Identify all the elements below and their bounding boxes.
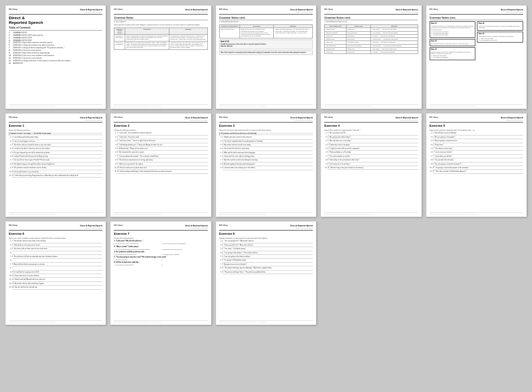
worksheet-page-5[interactable]: ESL Library Direct & Reported Speech Gra… (426, 5, 527, 109)
instruction-11: Circle one or more mistakes in each sent… (9, 238, 102, 240)
q7-10: 10. How do I call out to my dear about m… (117, 167, 207, 170)
page-header-13: ESL Library Direct & Reported Speech Gra… (219, 225, 313, 231)
toc-item-13: 13ANSWER KEY (9, 63, 102, 65)
questions-list-7: 1. "I will come," she exclaimed in direc… (114, 132, 207, 173)
q11-2: 2. "Noted told us, she was just too much… (12, 245, 102, 247)
section-title-3: Grammar Notes cont. (219, 16, 313, 21)
q7-3: 3. "I will never leave," "You're so righ… (117, 140, 207, 143)
worksheet-page-12[interactable]: ESL Library Direct & Reported Speech Gra… (110, 221, 211, 325)
section-title-5: Grammar Notes cont. (430, 16, 523, 21)
worksheet-page-2[interactable]: ESL Library Direct & Reported Speech Gra… (110, 5, 211, 109)
page-header-10: ESL Library Direct & Reported Speech Gra… (430, 117, 523, 123)
q10-7: 7. "I were when you all this!" (433, 156, 523, 158)
footer-11: Copyright 2011 Red River Press Inc. For … (9, 320, 102, 323)
instruction-10: Report these sentences, beginning with "… (430, 130, 523, 132)
footer-4: Copyright 2011 Red River Press Inc. For … (324, 104, 418, 107)
note-box-3: Note #3 Reported speech is an indirect r… (430, 47, 476, 60)
q8-8: 8. A friend explained that she was feeli… (222, 164, 313, 166)
split-label: split by the main clause (219, 28, 240, 38)
col-header-instructions: Instructions (125, 28, 169, 35)
q8-1: 1. Natalie said was a week in the senten… (222, 137, 313, 139)
page-header-8: ESL Library Direct & Reported Speech Gra… (219, 117, 313, 123)
worksheet-page-7[interactable]: ESL Library Direct & Reported Speech Gra… (110, 113, 211, 217)
content-4: c. Indirect/Reported Speech cont. Direct… (324, 21, 418, 54)
q13-3: 3. "I am easy." / Complete saying. (222, 248, 313, 251)
logo-13: ESL Library (219, 225, 228, 229)
worksheet-page-10[interactable]: ESL Library Direct & Reported Speech Gra… (426, 113, 527, 217)
q11-1: 1. The teacher said we were early to the… (12, 240, 102, 243)
logo-10: ESL Library (430, 117, 438, 121)
header-right-9: Direct & Reported Speech Grammar Practic… (395, 117, 418, 121)
header-right-11: Direct & Reported Speech Grammar Practic… (80, 225, 102, 229)
q8-9: 9. I learned what I was seeing up on old… (222, 167, 313, 170)
worksheet-page-3[interactable]: ESL Library Direct & Reported Speech Gra… (216, 5, 316, 109)
q7-9: 9. "Where are my shoes?" she asked. (117, 164, 207, 166)
q6-7: 7. Can you tell me how to get to Pacific… (12, 159, 102, 162)
q10-11: 11. "This class and last on Wednesday, A… (433, 171, 523, 173)
section-title-2: Grammar Notes (114, 16, 207, 21)
q10-1: 1. "We will have a test on Monday." (433, 132, 523, 135)
logo-4: ESL Library (324, 9, 333, 13)
questions-list-8: 1. Natalie said was a week in the senten… (219, 137, 313, 170)
worksheet-page-13[interactable]: ESL Library Direct & Reported Speech Gra… (216, 221, 316, 325)
questions-list-10: 1. "We will have a test on Monday." 2. "… (430, 132, 523, 173)
header-right-8: Direct & Reported Speech Grammar Practic… (290, 117, 313, 121)
examples-end: "Take two pills every day," the doctor s… (169, 41, 207, 49)
q7-11: 11. Gordon always said things to keep as… (117, 171, 207, 173)
instruction-13: Change instructions or direct speech to … (219, 238, 313, 240)
worksheet-page-8[interactable]: ESL Library Direct & Reported Speech Gra… (216, 113, 316, 217)
mc-q2: 2. "Where is that?" Caitlin asked... a. … (114, 246, 207, 250)
header-subtitle-1: Grammar Practice Worksheets (80, 11, 102, 13)
header-right-1: Direct & Reported Speech Grammar Practic… (80, 9, 102, 13)
q11-5: 5. The professor told him we may take an… (12, 256, 102, 259)
instructions-start: Place a comma after the subject and repo… (125, 34, 169, 41)
exercise-title-10: Exercise 5 (430, 124, 523, 128)
q8-6: 6. Jenny said she never takes in biology… (222, 156, 313, 158)
q11-8 (12, 267, 102, 270)
page-header-11: ESL Library Direct & Reported Speech Gra… (9, 225, 102, 231)
q11-13: 13. Say she did that she already say. (12, 287, 102, 289)
exercise-title-11: Exercise 6 (9, 232, 102, 236)
mc-q4: 5. "You may going to stay here next"/"He… (114, 256, 207, 261)
split-examples: "I think," the commander said, "you came… (274, 28, 313, 38)
header-right-6: Direct & Reported Speech Grammar Practic… (80, 117, 102, 121)
position-start: at the start of the sentence (114, 34, 125, 41)
q10-8: 8. "You can take this test back." (433, 159, 523, 162)
q13-1: 1. "You are going here?" / My brother to… (222, 240, 313, 243)
header-right-10: Direct & Reported Speech Grammar Practic… (501, 117, 523, 121)
q10-5: 5. "This class is a nice story." (433, 148, 523, 151)
footer-5: Copyright 2011 Red River Press Inc. For … (430, 104, 523, 107)
table-row-1: at the start of the sentence Place a com… (114, 34, 207, 41)
page-grid: ESL Library Direct & Reported Speech Gra… (0, 0, 532, 330)
q10-6: 6. "I never even you looked." (433, 152, 523, 154)
exercise-title-7: Exercise 2 (114, 124, 207, 128)
q9-10: 10. "We don't buy a new job of shoes for… (327, 167, 418, 170)
q10-4: 4. "Today here!" (433, 144, 523, 147)
footer-9: Copyright 2011 Red River Press Inc. For … (324, 212, 418, 215)
q13-4: 4. "I am going to this kitchen." / The m… (222, 252, 313, 255)
instruction-6: Report the following sentences. (9, 130, 102, 132)
worksheet-page-1[interactable]: ESL Library Direct & Reported Speech Gra… (5, 5, 106, 109)
worksheet-page-6[interactable]: ESL Library Direct & Reported Speech Gra… (5, 113, 106, 217)
q9-9: 9. "Don't wear too. It is not there." (327, 164, 418, 166)
q10-2: 2. "Are you going on Thursday?" (433, 137, 523, 139)
exercise-title-9: Exercise 4 (324, 124, 418, 128)
worksheet-page-9[interactable]: ESL Library Direct & Reported Speech Gra… (321, 113, 421, 217)
back-to-top: Back & Tell Usually this expression refe… (219, 39, 313, 49)
footer-6: Copyright 2011 Red River Press Inc. For … (9, 212, 102, 215)
toc: 1GRAMMAR NOTES 2GRAMMAR NOTES CONT. (dir… (9, 32, 102, 65)
table-row-split: split by the main clause Begin with the … (219, 28, 312, 38)
q7-7: 7. "Can you please the teacher," "He is … (117, 156, 207, 158)
exercise-title-12: Exercise 7 (114, 232, 207, 236)
worksheet-page-11[interactable]: ESL Library Direct & Reported Speech Gra… (5, 221, 106, 325)
q6-1: 1. I am feeling particularly great today… (12, 137, 102, 139)
worksheet-page-4[interactable]: ESL Library Direct & Reported Speech Gra… (321, 5, 421, 109)
notes-col-left: Note #1 A reported clause will not be ap… (430, 21, 476, 61)
grammar-table-2: Position of Quoted Speech Instructions E… (114, 28, 207, 50)
content-3: b. Indirect/Reported Speech Portions of … (219, 21, 313, 55)
section-title-4: Grammar Notes cont. (324, 16, 418, 21)
questions-list-11: 1. The teacher said we were early to the… (9, 240, 102, 289)
instruction-9: Report these sentences, beginning with "… (324, 130, 418, 132)
exercise-title-6: Exercise 1 (9, 124, 102, 128)
position-end: at the end of the sentence (114, 41, 125, 49)
